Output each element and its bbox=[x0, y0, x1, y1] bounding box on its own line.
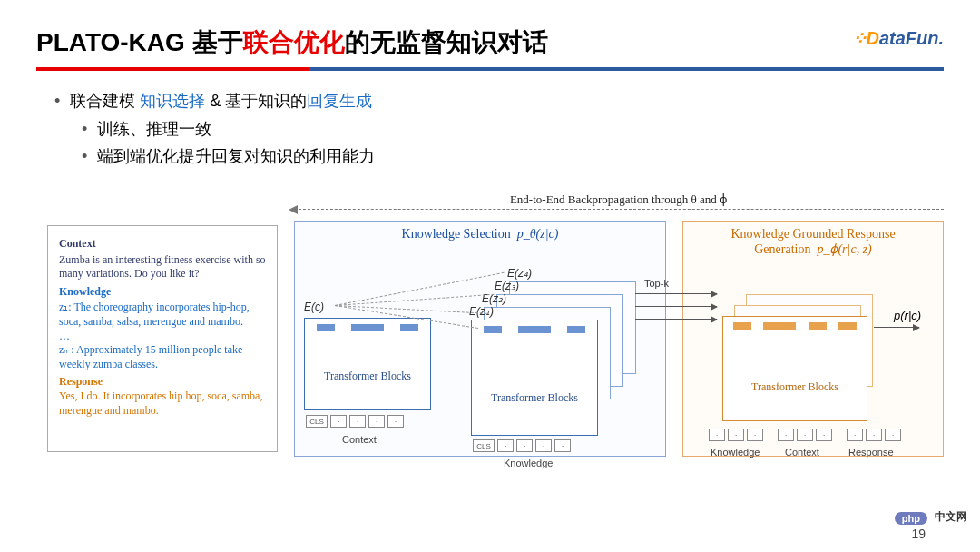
tb-label: Transformer Blocks bbox=[305, 370, 430, 383]
knowledge-dots: … bbox=[59, 330, 266, 344]
response-heading: Response bbox=[59, 375, 266, 389]
dots-icon: ⁘ bbox=[852, 28, 866, 48]
topk-arrow-3 bbox=[635, 319, 717, 320]
backprop-arrow-line bbox=[294, 209, 944, 211]
knowledge-token-label: Knowledge bbox=[504, 458, 553, 468]
dash-1 bbox=[335, 272, 505, 306]
title-prefix: PLATO-KAG 基于 bbox=[36, 28, 243, 56]
architecture-diagram: End-to-End Backpropagation through θ and… bbox=[47, 198, 944, 507]
php-text: 中文网 bbox=[935, 509, 967, 525]
knowledge-selection-box: Knowledge Selection p_θ(z|c) Transformer… bbox=[294, 221, 666, 457]
slide-title: PLATO-KAG 基于联合优化的无监督知识对话 bbox=[36, 25, 944, 60]
topk-arrow-2 bbox=[635, 306, 717, 307]
title-suffix: 的无监督知识对话 bbox=[345, 28, 548, 56]
resp-tokens-ctx: ··· bbox=[778, 429, 832, 441]
ec-label: E(c) bbox=[304, 301, 324, 313]
context-tokens: CLS···· bbox=[306, 415, 404, 428]
tb-label-kn: Transformer Blocks bbox=[472, 391, 597, 405]
bullet-1-1: 训练、推理一致 bbox=[82, 115, 944, 143]
response-transformer-block: Transformer Blocks bbox=[722, 316, 867, 421]
title-emphasis: 联合优化 bbox=[243, 28, 345, 56]
ez3-label: E(z₃) bbox=[495, 280, 519, 292]
knowledge-heading: Knowledge bbox=[59, 285, 266, 300]
divider bbox=[36, 67, 944, 71]
bullet-1-2: 端到端优化提升回复对知识的利用能力 bbox=[82, 143, 944, 171]
example-panel: Context Zumba is an interesting fitness … bbox=[47, 225, 278, 452]
context-token-label: Context bbox=[342, 434, 377, 445]
topk-arrow-1 bbox=[635, 293, 717, 294]
ks-title: Knowledge Selection p_θ(z|c) bbox=[295, 222, 665, 247]
knowledge-z1: z₁: The choreography incorporates hip-ho… bbox=[59, 301, 266, 329]
response-text: Yes, I do. It incorporates hip hop, soca… bbox=[59, 389, 266, 418]
backprop-label: End-to-End Backpropagation through θ and… bbox=[294, 192, 944, 207]
resp-ctx-label: Context bbox=[785, 447, 819, 458]
context-transformer-block: Transformer Blocks bbox=[304, 318, 431, 410]
backprop-arrow-head bbox=[289, 205, 298, 214]
bullet-1: 联合建模 知识选择 & 基于知识的回复生成 bbox=[54, 87, 944, 115]
knowledge-transformer-block: Transformer Blocks bbox=[471, 320, 598, 436]
context-heading: Context bbox=[59, 237, 266, 251]
bullet-list: 联合建模 知识选择 & 基于知识的回复生成 训练、推理一致 端到端优化提升回复对… bbox=[54, 87, 944, 171]
output-label: p(r|c) bbox=[894, 309, 921, 322]
ez4-label: E(z₄) bbox=[507, 267, 532, 280]
resp-kn-label: Knowledge bbox=[710, 447, 760, 458]
knowledge-tokens: CLS···· bbox=[473, 439, 571, 452]
topk-label: Top-k bbox=[644, 278, 669, 289]
rg-title: Knowledge Grounded ResponseGeneration p_… bbox=[683, 222, 943, 262]
tb-label-resp: Transformer Blocks bbox=[723, 380, 867, 394]
page-number: 19 bbox=[911, 527, 926, 541]
output-arrow bbox=[874, 327, 919, 328]
datafun-logo: ⁘DataFun. bbox=[852, 27, 944, 49]
knowledge-zn: zₙ : Approximately 15 million people tak… bbox=[59, 343, 266, 371]
response-generation-box: Knowledge Grounded ResponseGeneration p_… bbox=[682, 221, 944, 457]
resp-tokens-kn: ··· bbox=[709, 429, 763, 441]
resp-tokens-resp: ··· bbox=[847, 429, 901, 441]
resp-resp-label: Response bbox=[848, 447, 894, 458]
context-text: Zumba is an interesting fitness exercise… bbox=[59, 253, 266, 281]
php-badge: php bbox=[895, 512, 927, 525]
